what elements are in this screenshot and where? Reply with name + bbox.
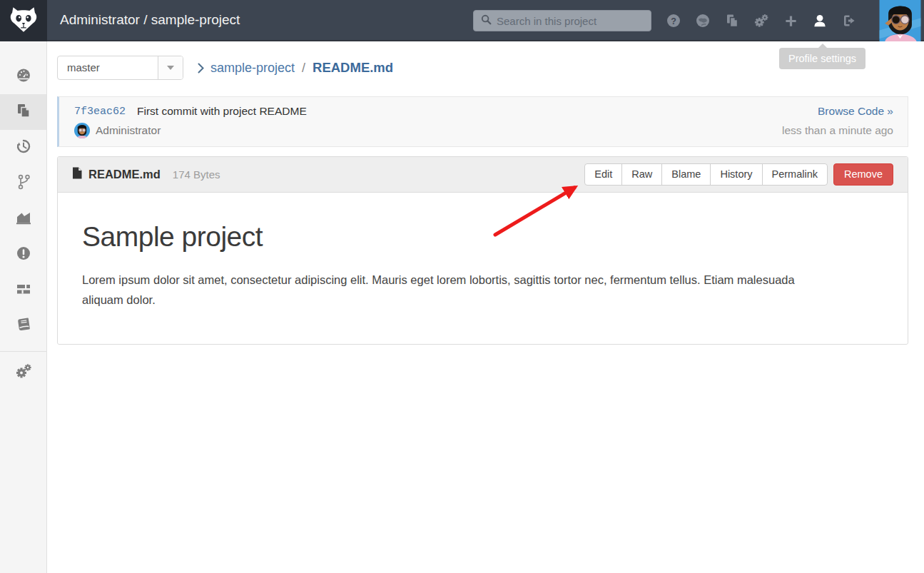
help-icon[interactable]: ?: [666, 14, 681, 28]
commit-message: First commit with project README: [137, 105, 307, 118]
breadcrumb-file: README.md: [313, 60, 393, 76]
sidebar: [0, 41, 47, 573]
search-icon: [481, 14, 492, 28]
sidebar-item-commits[interactable]: [0, 130, 46, 166]
file-actions: Edit Raw Blame History Permalink Remove: [584, 163, 893, 186]
sidebar-item-dashboard[interactable]: [0, 59, 46, 94]
last-commit-box: 7f3eac62 First commit with project READM…: [57, 96, 908, 147]
sidebar-item-graphs[interactable]: [0, 201, 46, 237]
files-icon: [16, 103, 31, 121]
sidebar-item-files[interactable]: [0, 94, 46, 130]
file-icon: [72, 167, 82, 182]
commit-sha-link[interactable]: 7f3eac62: [74, 106, 126, 118]
history-button[interactable]: History: [710, 163, 762, 186]
file-size: 174 Bytes: [173, 168, 220, 181]
sidebar-item-merge-requests[interactable]: [0, 273, 46, 308]
git-branch-icon: [16, 174, 31, 193]
issues-icon: [16, 245, 31, 264]
svg-text:?: ?: [671, 16, 676, 26]
search-box[interactable]: [473, 10, 651, 31]
breadcrumb: sample-project / README.md: [198, 60, 393, 76]
file-viewer: README.md 174 Bytes Edit Raw Blame Histo…: [57, 156, 908, 345]
branch-selector[interactable]: master: [57, 56, 183, 80]
file-name: README.md: [88, 168, 161, 181]
page-title: Administrator / sample-project: [60, 0, 240, 40]
sidebar-item-wiki[interactable]: [0, 308, 46, 344]
main-content: master sample-project / README.md 7f3eac…: [47, 41, 924, 573]
browse-code-link[interactable]: Browse Code »: [818, 105, 893, 118]
remove-button[interactable]: Remove: [833, 163, 893, 186]
commit-author: Administrator: [74, 123, 161, 138]
raw-button[interactable]: Raw: [621, 163, 662, 186]
branch-selector-caret[interactable]: [158, 56, 183, 79]
permalink-button[interactable]: Permalink: [762, 163, 828, 186]
search-input[interactable]: [497, 15, 644, 27]
home-logo-button[interactable]: [0, 0, 47, 41]
topbar-icon-nav: ?: [666, 0, 856, 41]
user-avatar[interactable]: [878, 0, 922, 41]
user-icon[interactable]: [813, 14, 827, 28]
fox-logo-icon: [9, 6, 38, 36]
blame-button[interactable]: Blame: [661, 163, 711, 186]
plus-icon[interactable]: [783, 14, 798, 28]
branch-selector-value: master: [58, 56, 158, 79]
readme-heading: Sample project: [82, 221, 883, 253]
graphs-icon: [15, 210, 32, 228]
wiki-icon: [16, 317, 31, 335]
profile-settings-tooltip: Profile settings: [779, 48, 865, 69]
settings-gears-icon: [15, 362, 32, 382]
sidebar-item-network[interactable]: [0, 166, 46, 201]
caret-down-icon: [167, 66, 174, 70]
sidebar-divider: [0, 351, 46, 352]
readme-paragraph: Lorem ipsum dolor sit amet, consectetur …: [82, 270, 838, 310]
chevron-right-icon: [198, 63, 204, 73]
copy-files-icon[interactable]: [725, 14, 739, 28]
commit-time-ago: less than a minute ago: [782, 124, 893, 137]
gears-icon[interactable]: [754, 14, 768, 28]
globe-icon[interactable]: [696, 14, 710, 28]
commit-author-name: Administrator: [96, 124, 161, 137]
readme-content: Sample project Lorem ipsum dolor sit ame…: [58, 193, 908, 344]
breadcrumb-project-link[interactable]: sample-project: [210, 61, 295, 76]
commit-author-avatar: [74, 123, 90, 138]
dashboard-icon: [16, 67, 31, 86]
breadcrumb-separator: /: [302, 61, 305, 76]
sign-out-icon[interactable]: [842, 14, 856, 28]
sidebar-item-issues[interactable]: [0, 237, 46, 273]
file-button-group: Edit Raw Blame History Permalink: [584, 163, 828, 186]
edit-button[interactable]: Edit: [584, 163, 622, 186]
file-title-bar: README.md 174 Bytes Edit Raw Blame Histo…: [58, 157, 908, 193]
sidebar-item-settings[interactable]: [0, 355, 46, 390]
history-icon: [16, 138, 31, 157]
merge-requests-icon: [16, 281, 31, 300]
top-navbar: Administrator / sample-project ?: [0, 0, 924, 41]
